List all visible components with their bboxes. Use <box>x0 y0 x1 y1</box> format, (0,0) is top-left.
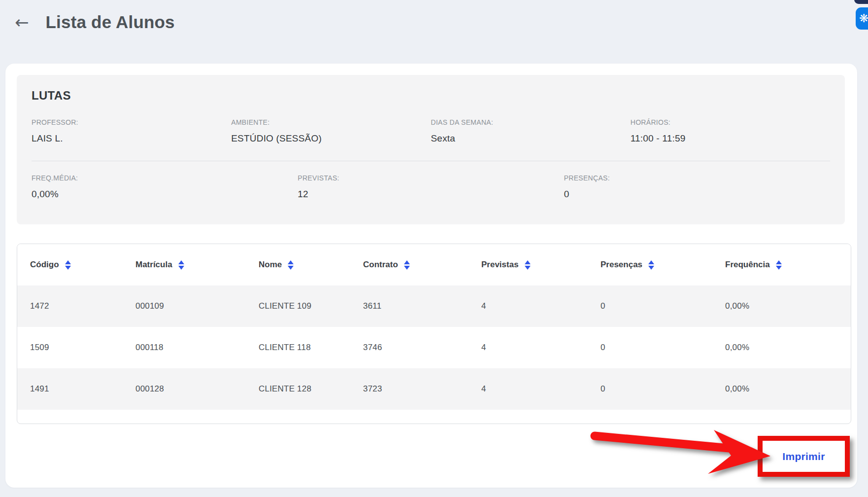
field-label: HORÁRIOS: <box>631 118 830 126</box>
field-freq-media: FREQ.MÉDIA: 0,00% <box>32 174 298 200</box>
cell-previstas: 4 <box>468 384 588 394</box>
column-label: Contrato <box>363 260 398 270</box>
field-professor: PROFESSOR: LAIS L. <box>32 118 231 144</box>
column-header-previstas[interactable]: Previstas <box>468 260 588 270</box>
field-value: Sexta <box>431 133 631 144</box>
sort-icon[interactable] <box>65 260 71 270</box>
field-dias-da-semana: DIAS DA SEMANA: Sexta <box>431 118 631 144</box>
table-row: 1472 000109 CLIENTE 109 3611 4 0 0,00% <box>17 285 851 327</box>
chatgpt-extension-button[interactable]: ❋ <box>856 7 868 30</box>
cell-nome: CLIENTE 128 <box>246 384 350 394</box>
back-arrow-icon: ← <box>15 12 29 32</box>
column-header-codigo[interactable]: Código <box>17 260 123 270</box>
cell-matricula: 000118 <box>123 343 246 353</box>
info-row-2: FREQ.MÉDIA: 0,00% PREVISTAS: 12 PRESENÇA… <box>32 174 830 200</box>
sort-icon[interactable] <box>525 260 531 270</box>
browser-overlay-pill[interactable] <box>854 0 868 4</box>
table-row: 1509 000118 CLIENTE 118 3746 4 0 0,00% <box>17 327 851 368</box>
cell-frequencia: 0,00% <box>712 343 851 353</box>
column-label: Frequência <box>725 260 770 270</box>
page-title: Lista de Alunos <box>46 12 175 32</box>
field-value: 11:00 - 11:59 <box>631 133 830 144</box>
cell-codigo: 1491 <box>17 384 123 394</box>
field-value: 0,00% <box>32 189 298 200</box>
column-label: Previstas <box>481 260 519 270</box>
class-info-panel: LUTAS PROFESSOR: LAIS L. AMBIENTE: ESTÚD… <box>17 75 845 224</box>
cell-presencas: 0 <box>588 301 712 311</box>
cell-matricula: 000109 <box>123 301 246 311</box>
main-card: LUTAS PROFESSOR: LAIS L. AMBIENTE: ESTÚD… <box>5 64 857 488</box>
info-divider <box>32 161 830 161</box>
field-label: PRESENÇAS: <box>564 174 830 182</box>
field-ambiente: AMBIENTE: ESTÚDIO (SESSÃO) <box>231 118 431 144</box>
field-label: PROFESSOR: <box>32 118 231 126</box>
back-button[interactable]: ← <box>13 12 31 33</box>
cell-presencas: 0 <box>588 384 712 394</box>
print-button[interactable]: Imprimir <box>782 451 825 462</box>
field-horarios: HORÁRIOS: 11:00 - 11:59 <box>631 118 830 144</box>
field-value: ESTÚDIO (SESSÃO) <box>231 133 431 144</box>
cell-contrato: 3723 <box>350 384 468 394</box>
field-label: FREQ.MÉDIA: <box>32 174 298 182</box>
table-header-row: Código Matrícula Nome Contrato Previstas… <box>17 244 851 285</box>
annotation-rectangle: Imprimir <box>758 436 850 477</box>
sort-icon[interactable] <box>776 260 782 270</box>
column-header-matricula[interactable]: Matrícula <box>123 260 246 270</box>
column-header-presencas[interactable]: Presenças <box>588 260 712 270</box>
field-previstas: PREVISTAS: 12 <box>298 174 564 200</box>
cell-nome: CLIENTE 109 <box>246 301 350 311</box>
cell-presencas: 0 <box>588 343 712 353</box>
cell-frequencia: 0,00% <box>712 384 851 394</box>
cell-frequencia: 0,00% <box>712 301 851 311</box>
cell-previstas: 4 <box>468 301 588 311</box>
cell-previstas: 4 <box>468 343 588 353</box>
cell-codigo: 1509 <box>17 343 123 353</box>
field-value: 0 <box>564 189 830 200</box>
field-presencas: PRESENÇAS: 0 <box>564 174 830 200</box>
page-header: ← Lista de Alunos <box>13 12 175 33</box>
column-label: Matrícula <box>135 260 172 270</box>
field-value: LAIS L. <box>32 133 231 144</box>
field-label: PREVISTAS: <box>298 174 564 182</box>
sort-icon[interactable] <box>178 260 184 270</box>
column-label: Código <box>30 260 59 270</box>
info-row-1: PROFESSOR: LAIS L. AMBIENTE: ESTÚDIO (SE… <box>32 118 830 144</box>
cell-contrato: 3611 <box>350 301 468 311</box>
table-row: 1491 000128 CLIENTE 128 3723 4 0 0,00% <box>17 368 851 410</box>
chatgpt-icon: ❋ <box>859 13 868 24</box>
column-label: Nome <box>259 260 282 270</box>
sort-icon[interactable] <box>648 260 654 270</box>
column-header-contrato[interactable]: Contrato <box>350 260 468 270</box>
column-header-nome[interactable]: Nome <box>246 260 350 270</box>
cell-matricula: 000128 <box>123 384 246 394</box>
field-label: AMBIENTE: <box>231 118 431 126</box>
cell-nome: CLIENTE 118 <box>246 343 350 353</box>
column-header-frequencia[interactable]: Frequência <box>712 260 851 270</box>
field-value: 12 <box>298 189 564 200</box>
cell-codigo: 1472 <box>17 301 123 311</box>
column-label: Presenças <box>601 260 642 270</box>
field-label: DIAS DA SEMANA: <box>431 118 631 126</box>
students-table: Código Matrícula Nome Contrato Previstas… <box>17 244 851 424</box>
class-name: LUTAS <box>32 89 830 103</box>
cell-contrato: 3746 <box>350 343 468 353</box>
sort-icon[interactable] <box>404 260 410 270</box>
sort-icon[interactable] <box>288 260 294 270</box>
